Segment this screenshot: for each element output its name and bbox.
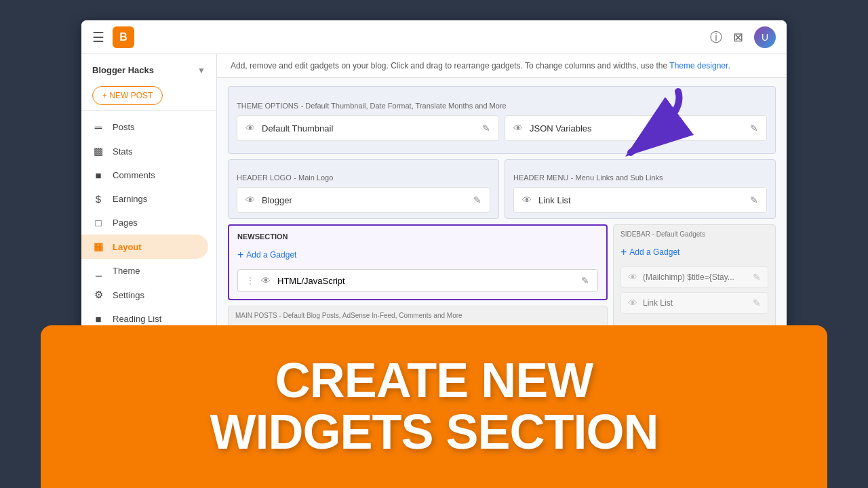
sidebar-divider: [81, 110, 216, 111]
gadget-html-js: ⋮ 👁 HTML/JavaScript ✎: [237, 269, 598, 292]
sidebar-label-stats: Stats: [113, 146, 133, 157]
layout-icon: ▦: [92, 241, 104, 253]
sidebar-item-posts[interactable]: ═ Posts: [81, 115, 208, 139]
edit-icon-3[interactable]: ✎: [473, 195, 481, 205]
eye-icon-5[interactable]: 👁: [261, 275, 271, 286]
sidebar-item-stats[interactable]: ▩ Stats: [81, 139, 208, 163]
main-section: NEWSECTION + Add a Gadget ⋮ 👁 HTML/JavaS…: [228, 224, 608, 329]
top-bar: ☰ B ⓘ ⊠ U: [81, 20, 787, 54]
main-posts-header: MAIN POSTS - Default Blog Posts, AdSense…: [235, 312, 600, 319]
eye-icon-7[interactable]: 👁: [628, 298, 637, 308]
header-logo-header: HEADER LOGO - Main Logo: [237, 174, 490, 182]
settings-icon: ⚙: [92, 289, 104, 301]
sidebar-label-pages: Pages: [113, 218, 138, 228]
theme-options-gadgets: 👁 Default Thumbnail ✎ 👁 JSON Variables ✎: [237, 115, 767, 141]
header-menu-header: HEADER MENU - Menu Links and Sub Links: [513, 174, 767, 182]
sidebar-label-posts: Posts: [113, 122, 135, 132]
sidebar-label-reading-list: Reading List: [113, 314, 161, 324]
edit-icon-2[interactable]: ✎: [750, 123, 758, 134]
new-post-button[interactable]: + NEW POST: [92, 86, 163, 105]
sidebar-label-earnings: Earnings: [113, 194, 147, 204]
sidebar-item-theme[interactable]: ⎯ Theme: [81, 259, 208, 283]
gadget-link-list-sidebar: 👁 Link List ✎: [620, 292, 768, 314]
gadget-blogger: 👁 Blogger ✎: [237, 187, 490, 213]
eye-icon-3[interactable]: 👁: [245, 195, 255, 205]
sidebar-section-header: SIDEBAR - Default Gadgets: [620, 230, 768, 238]
edit-icon-6[interactable]: ✎: [753, 272, 761, 283]
plus-icon-sidebar: +: [620, 246, 627, 258]
top-bar-right: ⓘ ⊠ U: [710, 26, 776, 48]
edit-icon[interactable]: ✎: [482, 123, 490, 134]
banner-text: CREATE NEW WIDGETS SECTION: [210, 355, 658, 458]
gadget-mailchimp: 👁 (Mailchimp) $title={Stay... ✎: [620, 266, 768, 288]
sidebar-item-layout[interactable]: ▦ Layout: [81, 235, 208, 259]
earnings-icon: $: [92, 193, 104, 205]
eye-icon-2[interactable]: 👁: [513, 123, 523, 134]
eye-icon-6[interactable]: 👁: [628, 272, 637, 283]
info-bar: Add, remove and edit gadgets on your blo…: [217, 54, 787, 78]
help-icon[interactable]: ⓘ: [710, 29, 722, 45]
pages-icon: □: [92, 217, 104, 228]
gadget-default-thumbnail: 👁 Default Thumbnail ✎: [237, 115, 499, 141]
bottom-banner: CREATE NEW WIDGETS SECTION: [41, 325, 827, 488]
newsection-header: NEWSECTION: [237, 232, 598, 241]
plus-icon: +: [237, 249, 243, 261]
sidebar-label-layout: Layout: [113, 242, 142, 252]
blog-name: Blogger Hacks: [92, 65, 154, 75]
eye-icon-4[interactable]: 👁: [522, 195, 532, 205]
sidebar: Blogger Hacks ▼ + NEW POST ═ Posts ▩ Sta…: [81, 54, 217, 339]
header-logo-section: HEADER LOGO - Main Logo 👁 Blogger ✎: [228, 159, 499, 219]
sidebar-item-pages[interactable]: □ Pages: [81, 211, 208, 235]
edit-icon-7[interactable]: ✎: [753, 298, 761, 308]
header-menu-section: HEADER MENU - Menu Links and Sub Links 👁…: [505, 159, 776, 219]
sidebar-add-gadget[interactable]: + Add a Gadget: [620, 243, 768, 261]
theme-designer-link[interactable]: Theme designer: [669, 61, 728, 70]
eye-icon[interactable]: 👁: [245, 123, 255, 134]
main-layout: Blogger Hacks ▼ + NEW POST ═ Posts ▩ Sta…: [81, 54, 787, 339]
content-area: Add, remove and edit gadgets on your blo…: [217, 54, 787, 339]
theme-icon: ⎯: [92, 265, 104, 277]
top-bar-left: ☰ B: [92, 26, 134, 48]
layout-grid: THEME OPTIONS - Default Thumbnail, Date …: [217, 78, 787, 339]
blog-selector[interactable]: Blogger Hacks ▼: [81, 60, 216, 81]
sidebar-gadgets-box: SIDEBAR - Default Gadgets + Add a Gadget…: [613, 224, 776, 329]
sidebar-gadgets-section: SIDEBAR - Default Gadgets + Add a Gadget…: [613, 224, 776, 329]
edit-icon-4[interactable]: ✎: [750, 195, 758, 205]
header-row: HEADER LOGO - Main Logo 👁 Blogger ✎: [228, 159, 776, 219]
sidebar-label-theme: Theme: [113, 266, 140, 276]
sidebar-label-settings: Settings: [113, 290, 144, 300]
hamburger-icon[interactable]: ☰: [92, 29, 104, 45]
theme-options-header: THEME OPTIONS - Default Thumbnail, Date …: [237, 102, 767, 110]
sidebar-item-comments[interactable]: ■ Comments: [81, 163, 208, 187]
chevron-down-icon: ▼: [197, 66, 205, 75]
sidebar-label-comments: Comments: [113, 170, 155, 180]
drag-handle-icon[interactable]: ⋮: [246, 276, 254, 285]
edit-icon-5[interactable]: ✎: [581, 275, 589, 286]
reading-list-icon: ■: [92, 313, 104, 325]
sidebar-item-earnings[interactable]: $ Earnings: [81, 187, 208, 211]
newsection-add-gadget[interactable]: + Add a Gadget: [237, 246, 598, 264]
newsection-sidebar-row: NEWSECTION + Add a Gadget ⋮ 👁 HTML/JavaS…: [228, 224, 776, 329]
theme-options-section: THEME OPTIONS - Default Thumbnail, Date …: [228, 86, 776, 154]
gadget-json-variables: 👁 JSON Variables ✎: [505, 115, 767, 141]
gadget-link-list: 👁 Link List ✎: [513, 187, 767, 213]
sidebar-item-settings[interactable]: ⚙ Settings: [81, 283, 208, 307]
stats-icon: ▩: [92, 145, 104, 157]
user-avatar[interactable]: U: [754, 26, 776, 48]
blogger-logo: B: [113, 26, 134, 48]
posts-icon: ═: [92, 121, 104, 133]
apps-grid-icon[interactable]: ⊠: [733, 30, 743, 45]
browser-window: ☰ B ⓘ ⊠ U Blogger Hacks ▼ + NEW POST: [81, 20, 787, 339]
comments-icon: ■: [92, 169, 104, 181]
newsection-box: NEWSECTION + Add a Gadget ⋮ 👁 HTML/JavaS…: [228, 224, 608, 300]
